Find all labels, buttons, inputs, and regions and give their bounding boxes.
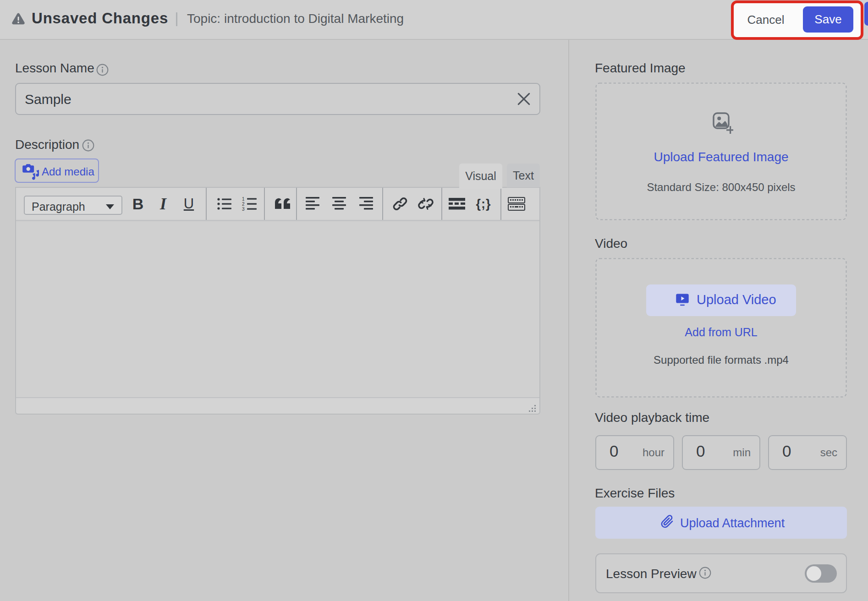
- svg-text:3: 3: [242, 207, 245, 211]
- svg-text:1: 1: [242, 197, 245, 202]
- svg-text:2: 2: [242, 202, 245, 207]
